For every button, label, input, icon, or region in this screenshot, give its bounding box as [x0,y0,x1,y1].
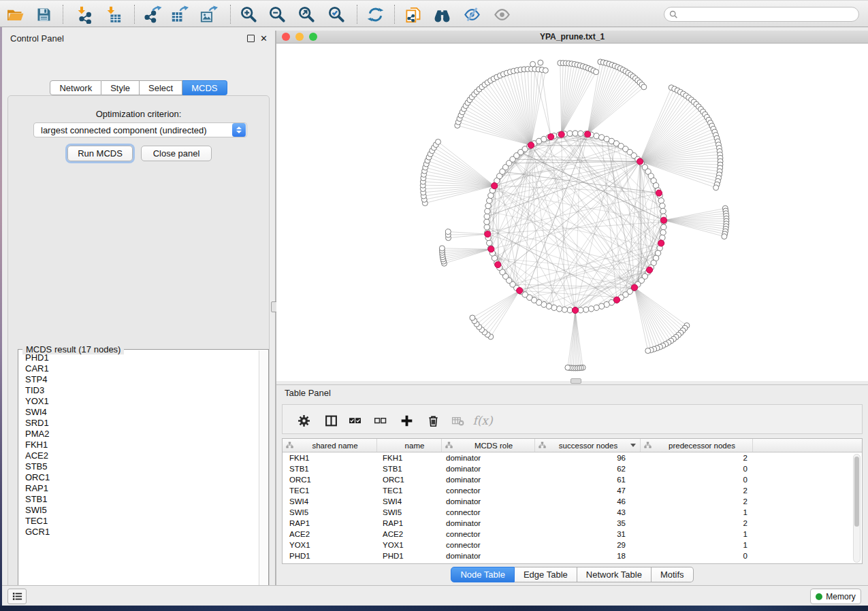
table-row[interactable]: ORC1ORC1dominator610 [283,474,862,485]
table-row[interactable]: RAP1RAP1dominator352 [283,518,862,529]
first-neighbors-icon[interactable] [430,3,453,26]
mcds-result-item[interactable]: SRD1 [20,418,257,429]
mcds-result-item[interactable]: STB1 [20,494,257,505]
mcds-result-item[interactable]: SWI5 [20,505,257,516]
close-panel-button[interactable]: Close panel [141,146,212,161]
cell-MCDS-role: dominator [442,550,535,561]
mcds-result-item[interactable]: CAR1 [20,363,257,374]
cell-successor-nodes: 62 [535,463,641,474]
tab-mcds[interactable]: MCDS [182,80,227,95]
table-scrollbar[interactable] [853,454,861,563]
export-network-icon[interactable] [141,3,164,26]
table-row[interactable]: YOX1YOX1connector291 [283,540,862,550]
cell-name: TEC1 [377,485,442,496]
criterion-selected-value: largest connected component (undirected) [34,125,232,135]
mcds-result-item[interactable]: ORC1 [20,472,257,483]
table-panel: Table Panel ✕ f(x) [276,384,868,585]
function-builder-icon[interactable]: f(x) [472,410,493,431]
open-file-icon[interactable] [3,3,27,26]
cell-MCDS-role: dominator [442,518,535,529]
criterion-select[interactable]: largest connected component (undirected) [33,122,247,137]
list-icon [12,591,23,602]
tab-network-table[interactable]: Network Table [577,567,652,582]
show-all-icon[interactable] [490,3,513,26]
column-header-predecessor-nodes[interactable]: predecessor nodes [641,439,753,452]
table-row[interactable]: TEC1TEC1connector472 [283,485,862,496]
zoom-out-icon[interactable] [266,3,289,26]
zoom-fit-icon[interactable] [295,3,318,26]
horizontal-splitter-grip[interactable] [570,378,581,384]
cell-successor-nodes: 18 [535,550,641,561]
table-row[interactable]: PHD1PHD1dominator180 [283,550,862,561]
network-window-titlebar[interactable]: YPA_prune.txt_1 [276,31,868,44]
mcds-result-item[interactable]: GCR1 [20,527,257,538]
column-header-successor-nodes[interactable]: successor nodes [535,439,641,452]
close-panel-icon[interactable]: ✕ [260,35,268,42]
run-mcds-button[interactable]: Run MCDS [67,146,133,161]
cell-MCDS-role: dominator [442,452,535,463]
tab-style[interactable]: Style [101,80,140,95]
mcds-result-item[interactable]: PHD1 [20,352,257,363]
table-row[interactable]: SWI5SWI5connector431 [283,507,862,518]
zoom-selected-icon[interactable] [325,3,348,26]
column-header-name[interactable]: name [377,439,442,452]
table-row[interactable]: FKH1FKH1dominator962 [283,452,862,463]
table-row[interactable]: ACE2ACE2connector311 [283,529,862,540]
tab-node-table[interactable]: Node Table [451,567,515,582]
column-header-MCDS-role[interactable]: MCDS role [442,439,535,452]
cell-shared-name: FKH1 [283,452,377,463]
table-scrollbar-thumb[interactable] [854,457,859,527]
columns-icon[interactable] [321,410,341,431]
cell-predecessor-nodes: 1 [641,507,753,518]
node-table: shared namenameMCDS rolesuccessor nodesp… [282,438,863,564]
tab-edge-table[interactable]: Edge Table [515,567,577,582]
select-all-icon[interactable] [344,410,365,431]
clone-network-icon[interactable] [402,3,425,26]
mcds-result-item[interactable]: RAP1 [20,483,257,494]
network-canvas[interactable] [276,44,868,381]
export-table-icon[interactable] [167,3,191,26]
mcds-result-item[interactable]: FKH1 [20,440,257,450]
mcds-result-item[interactable]: TEC1 [20,516,257,527]
table-row[interactable]: STB1STB1dominator620 [283,463,862,474]
mcds-tab-content: Optimization criterion: largest connecte… [7,95,270,606]
column-header-shared-name[interactable]: shared name [283,439,377,452]
network-graph [276,44,868,381]
zoom-in-icon[interactable] [237,3,260,26]
import-network-icon[interactable] [73,3,96,26]
desktop-background-strip [0,27,2,611]
tab-select[interactable]: Select [140,80,182,95]
column-label: name [388,442,441,450]
tab-motifs[interactable]: Motifs [652,567,694,582]
mcds-result-item[interactable]: STB5 [20,461,257,472]
float-panel-icon[interactable] [247,35,255,42]
mcds-result-item[interactable]: PMA2 [20,429,257,440]
save-session-icon[interactable] [32,3,55,26]
gear-icon[interactable] [293,410,314,431]
cell-predecessor-nodes: 2 [641,518,753,529]
table-row[interactable]: SWI4SWI4dominator462 [283,496,862,507]
control-panel: Control Panel ✕ NetworkStyleSelectMCDS O… [2,31,275,585]
mcds-result-item[interactable]: TID3 [20,385,257,396]
task-history-button[interactable] [7,589,27,604]
deselect-all-icon[interactable] [370,410,390,431]
memory-button[interactable]: Memory [810,589,861,604]
add-column-icon[interactable] [396,410,417,431]
main-toolbar [0,0,868,27]
search-input[interactable] [678,8,858,20]
refresh-icon[interactable] [364,3,387,26]
mcds-result-item[interactable]: STP4 [20,374,257,385]
import-table-icon[interactable] [102,3,125,26]
delete-column-icon[interactable] [423,410,443,431]
export-image-icon[interactable] [197,3,220,26]
mcds-list-scrollbar[interactable] [259,350,268,600]
tab-network[interactable]: Network [50,80,101,95]
mcds-result-item[interactable]: ACE2 [20,450,257,461]
cell-name: YOX1 [377,540,442,550]
delete-table-icon[interactable] [447,410,468,431]
mcds-result-item[interactable]: SWI4 [20,407,257,418]
cell-shared-name: STB1 [283,463,377,474]
toolbar-separator [230,5,231,24]
hide-selected-icon[interactable] [460,3,483,26]
mcds-result-item[interactable]: YOX1 [20,396,257,407]
